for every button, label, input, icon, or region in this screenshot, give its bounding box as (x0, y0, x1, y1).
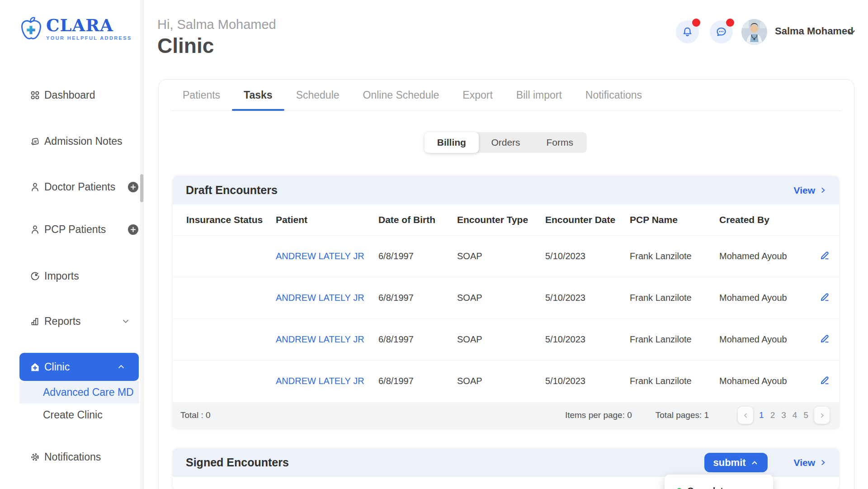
pencil-icon (819, 374, 831, 386)
sidebar-item-admission-notes[interactable]: Admission Notes (0, 128, 143, 154)
sidebar-item-imports[interactable]: Imports (0, 263, 143, 289)
brand-logo: CLARA YOUR HELPFUL ADDRESS (20, 16, 132, 42)
add-doctor-patient-button[interactable] (128, 182, 138, 192)
messages-button[interactable] (710, 20, 733, 43)
signed-encounters-header: Signed Encounters submit View (173, 448, 839, 477)
tab-schedule[interactable]: Schedule (284, 80, 351, 110)
app-root: CLARA YOUR HELPFUL ADDRESS Dashboard (0, 0, 868, 489)
chevron-right-icon (819, 459, 827, 466)
pagination: Items per page: 0 Total pages: 1 1 2 3 4… (565, 407, 830, 424)
pencil-icon (819, 332, 831, 344)
page-number[interactable]: 4 (793, 410, 797, 420)
clara-apple-logo-icon (20, 16, 42, 42)
notification-badge (692, 19, 700, 27)
main-content: Hi, Salma Mohamed Clinic (144, 0, 868, 489)
brand-name: CLARA (46, 16, 132, 34)
notifications-bell-button[interactable] (676, 20, 699, 43)
messages-badge (726, 19, 734, 27)
draft-encounters-section: Draft Encounters View Insurance Status P… (173, 176, 839, 428)
tab-bill-import[interactable]: Bill import (505, 80, 574, 110)
admission-notes-icon (30, 136, 40, 147)
prev-page-button[interactable] (738, 407, 753, 424)
tab-bar: Patients Tasks Schedule Online Schedule … (171, 80, 842, 111)
scrollbar-thumb[interactable] (140, 174, 143, 202)
edit-encounter-button[interactable] (818, 249, 832, 263)
sidebar-item-label: Admission Notes (44, 135, 123, 147)
add-pcp-patient-button[interactable] (128, 224, 138, 235)
edit-encounter-button[interactable] (818, 291, 832, 304)
subtab-billing[interactable]: Billing (425, 132, 479, 153)
tab-tasks[interactable]: Tasks (232, 80, 284, 110)
sidebar-item-label: Reports (44, 315, 81, 328)
page-title: Clinic (157, 33, 214, 58)
page-number[interactable]: 2 (770, 410, 775, 420)
avatar-image (741, 19, 767, 45)
bell-icon (681, 26, 693, 38)
edit-encounter-button[interactable] (818, 374, 832, 388)
user-name[interactable]: Salma Mohamed (775, 25, 854, 37)
table-header-row: Insurance Status Patient Date of Birth E… (173, 204, 839, 235)
sidebar-item-label: Notifications (44, 451, 101, 463)
table-row: ANDREW LATELY JR 6/8/1997 SOAP 5/10/2023… (173, 360, 839, 402)
patient-link[interactable]: ANDREW LATELY JR (276, 293, 364, 303)
sidebar-item-create-clinic[interactable]: Create Clinic (19, 404, 139, 426)
sub-tab-switcher: Billing Orders Forms (425, 132, 587, 153)
subtab-forms[interactable]: Forms (533, 132, 587, 153)
tab-export[interactable]: Export (451, 80, 504, 110)
content-card: Patients Tasks Schedule Online Schedule … (158, 79, 854, 489)
dropdown-option-complete[interactable]: Complete (665, 475, 773, 489)
chevron-up-icon (117, 362, 126, 371)
draft-encounters-header: Draft Encounters View (173, 176, 839, 204)
draft-view-link[interactable]: View (794, 185, 827, 196)
tab-notifications[interactable]: Notifications (574, 80, 654, 110)
page-number[interactable]: 1 (759, 410, 764, 420)
pencil-icon (819, 249, 831, 261)
sidebar-item-label: PCP Patients (44, 223, 106, 236)
table-row: ANDREW LATELY JR 6/8/1997 SOAP 5/10/2023… (173, 318, 839, 360)
patient-link[interactable]: ANDREW LATELY JR (276, 334, 364, 344)
sidebar-item-clinic[interactable]: Clinic (19, 353, 139, 381)
person-icon (30, 182, 40, 192)
sidebar-item-pcp-patients[interactable]: PCP Patients (0, 217, 143, 242)
sidebar-item-label: Imports (44, 270, 79, 282)
dashboard-icon (30, 90, 40, 100)
subtab-orders[interactable]: Orders (479, 132, 533, 153)
patient-link[interactable]: ANDREW LATELY JR (276, 376, 364, 386)
avatar[interactable] (741, 19, 767, 45)
next-page-button[interactable] (814, 407, 830, 424)
gear-icon (30, 452, 40, 462)
sidebar-scrollbar[interactable] (140, 0, 143, 489)
section-title: Draft Encounters (186, 184, 278, 197)
tab-online-schedule[interactable]: Online Schedule (351, 80, 451, 110)
clinic-house-icon (30, 362, 40, 372)
sidebar-item-label: Clinic (44, 361, 70, 373)
chevron-up-icon (750, 459, 759, 467)
chevron-right-icon (819, 412, 826, 419)
sidebar-sub-label: Advanced Care MD (43, 386, 134, 399)
page-number[interactable]: 5 (803, 410, 808, 420)
edit-encounter-button[interactable] (818, 332, 832, 346)
greeting-text: Hi, Salma Mohamed (157, 17, 276, 32)
sidebar-item-advanced-care-md[interactable]: Advanced Care MD (19, 381, 139, 404)
sidebar-item-reports[interactable]: Reports (0, 309, 143, 334)
tab-patients[interactable]: Patients (171, 80, 232, 110)
signed-view-link[interactable]: View (794, 457, 827, 468)
patient-link[interactable]: ANDREW LATELY JR (276, 251, 364, 261)
chevron-left-icon (742, 412, 749, 419)
chevron-down-icon (121, 317, 130, 326)
table-row: ANDREW LATELY JR 6/8/1997 SOAP 5/10/2023… (173, 277, 839, 318)
table-footer: Total : 0 Items per page: 0 Total pages:… (173, 402, 839, 428)
chevron-down-icon[interactable] (845, 26, 857, 38)
page-number[interactable]: 3 (781, 410, 786, 420)
sidebar-item-notifications[interactable]: Notifications (0, 444, 143, 470)
sidebar-sub-label: Create Clinic (43, 409, 103, 421)
sidebar-item-dashboard[interactable]: Dashboard (0, 82, 143, 108)
total-pages: Total pages: 1 (656, 410, 709, 420)
person-icon (30, 224, 40, 235)
total-count: Total : 0 (180, 410, 211, 420)
sidebar: CLARA YOUR HELPFUL ADDRESS Dashboard (0, 0, 144, 489)
chevron-right-icon (819, 186, 827, 194)
chat-bubble-icon (715, 26, 727, 38)
sidebar-item-doctor-patients[interactable]: Doctor Patients (0, 174, 143, 199)
submit-button[interactable]: submit (704, 453, 768, 472)
